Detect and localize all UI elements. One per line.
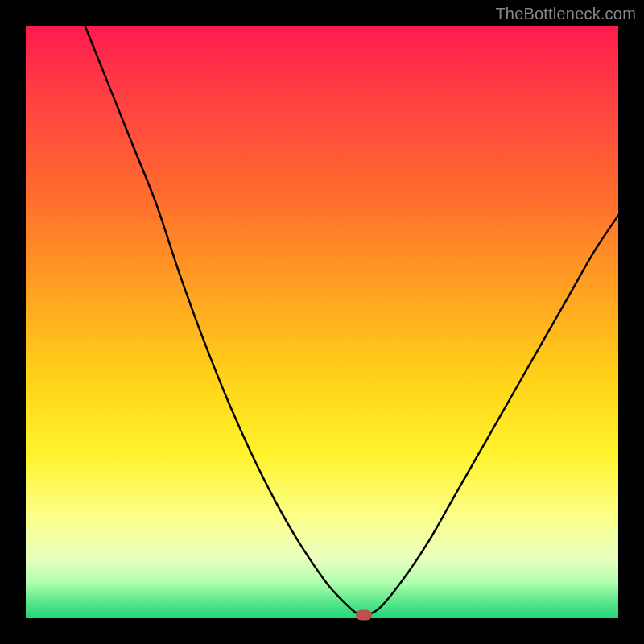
plot-area (26, 26, 618, 618)
chart-frame: TheBottleneck.com (0, 0, 644, 644)
watermark-text: TheBottleneck.com (495, 5, 636, 23)
optimal-point-marker (356, 610, 372, 621)
bottleneck-curve (26, 26, 618, 618)
